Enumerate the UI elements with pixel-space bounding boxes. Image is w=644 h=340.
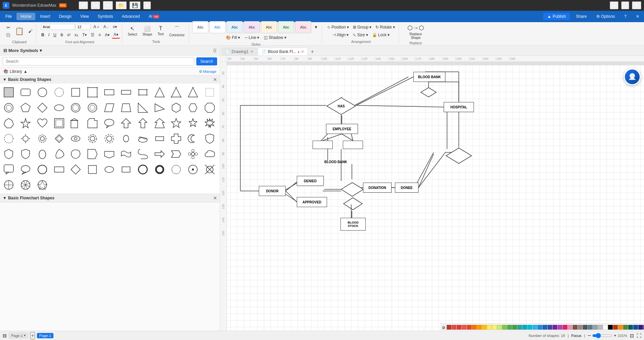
font-bg-color-button[interactable]: A▾ [103,32,111,38]
format-painter-button[interactable]: 🖌 [27,28,34,35]
basic-drawing-header[interactable]: ▼ Basic Drawing Shapes ✕ [0,76,220,84]
color-yellow2[interactable] [492,325,497,330]
shape-hept[interactable] [1,116,16,131]
shape-parallelogram[interactable] [102,100,117,115]
paste-button[interactable]: 📋 [13,26,25,37]
color-brown[interactable] [573,325,577,330]
shape-rect-dotted-tl[interactable] [85,85,100,100]
shape-donor[interactable]: DONOR [259,186,286,196]
color-lime[interactable] [497,325,502,330]
decrease-font-button[interactable]: A- [102,23,110,30]
color-yellow[interactable] [487,325,492,330]
shape-diamond-thin[interactable] [68,162,83,177]
undo-button[interactable]: ↩ [79,1,88,9]
shape-square-filled[interactable] [1,85,16,100]
color-cyan[interactable] [522,325,527,330]
shape-arrow-thin[interactable] [135,116,150,131]
style-swatch-4[interactable]: Abc [244,21,260,33]
color-indigo[interactable] [548,325,552,330]
shape-rect-sm[interactable] [152,131,167,146]
connector-button[interactable]: ⌒ Connector [167,24,187,38]
manage-link[interactable]: ⚙ Manage [199,69,216,74]
select-button[interactable]: ↖ Select [126,24,139,38]
shape-box2[interactable] [343,141,363,149]
open-button[interactable]: 📁 [116,1,127,9]
color-red2[interactable] [462,325,467,330]
shape-corner-rect[interactable] [68,116,83,131]
color-ext3[interactable] [623,325,628,330]
rotate-button[interactable]: ↻ Rotate ▾ [374,24,396,31]
fullscreen-button[interactable]: ⛶ [637,333,641,338]
color-transparent[interactable]: ⊘ [442,325,446,330]
style-swatch-5[interactable]: Abc [261,21,277,33]
shape-speech-bubble2[interactable] [18,162,33,177]
color-blue[interactable] [537,325,542,330]
color-ext2[interactable] [618,325,623,330]
minimize-app-button[interactable]: ✕ [633,13,643,20]
minimize-button[interactable]: ─ [610,1,618,9]
shape-diamond-donation[interactable] [340,182,364,197]
save-button[interactable]: 💾 [129,1,140,9]
shape-diamond2[interactable] [52,131,67,146]
shape-aperture2[interactable] [35,178,50,192]
toggle-sidebar-button[interactable]: ⊟ [3,333,7,338]
tab-blood-bank[interactable]: 📄 Blood Bank Fl... ● ✕ [258,48,308,55]
bullet-list-button[interactable]: ≡ [97,32,103,38]
basic-flowchart-header[interactable]: ▼ Basic Flowchart Shapes ✕ [0,194,220,202]
color-teal[interactable] [517,325,522,330]
shape-double-circle-2[interactable] [85,100,100,115]
help-button[interactable]: ? [621,13,630,20]
shape-cloud[interactable] [202,147,217,161]
font-family-input[interactable] [41,24,75,30]
color-blue-light[interactable] [532,325,537,330]
color-orange2[interactable] [477,325,482,330]
shape-ring[interactable] [135,162,150,177]
shape-starburst2[interactable] [1,131,16,146]
shape-square-thin[interactable] [85,162,100,177]
replace-shape-button[interactable]: ⬡→⬡ Replace Shape [402,23,429,40]
shape-ring3[interactable] [169,162,184,177]
maximize-button[interactable]: □ [621,1,629,9]
increase-font-button[interactable]: A+ [92,23,101,30]
color-pink[interactable] [563,325,567,330]
shape-triangle-up[interactable] [152,85,167,100]
zoom-in-button[interactable]: + [614,333,616,338]
shape-rect-wide[interactable] [119,85,133,100]
style-swatch-1[interactable]: Abc [192,21,208,33]
numbered-list-button[interactable]: ☰ [89,32,96,38]
shape-employee[interactable]: EMPLOYEE [326,124,358,134]
subscript-button[interactable]: x₂ [73,32,80,38]
shape-star5[interactable] [169,116,184,131]
shape-placeholder-13[interactable] [202,85,217,100]
new-button[interactable]: ＋ [103,1,113,10]
text-button[interactable]: T▾ [81,32,88,38]
search-input[interactable] [3,57,194,65]
menu-home[interactable]: Home [16,13,35,20]
redo-button[interactable]: ↪ [91,1,100,9]
shape-circle-outline[interactable] [35,162,50,177]
style-swatch-2[interactable]: Abc [209,21,226,33]
color-orange[interactable] [472,325,477,330]
shape-rect-narrow[interactable] [102,85,117,100]
shape-flower[interactable] [186,147,200,161]
shape-chevron[interactable] [169,147,184,161]
shape-tag[interactable] [85,147,100,161]
color-grey-light[interactable] [598,325,603,330]
color-green2[interactable] [512,325,517,330]
color-ext4[interactable] [628,325,633,330]
color-ext1[interactable] [613,325,618,330]
shape-denied[interactable]: DENIED [297,176,324,186]
add-page-button[interactable]: + [30,332,35,339]
shape-approved[interactable]: APPROVED [297,197,327,207]
style-swatch-7[interactable]: Abc [295,21,311,33]
shape-shield2[interactable] [1,147,16,161]
shape-star4[interactable] [18,116,33,131]
tab-close-drawing1[interactable]: ✕ [250,49,253,54]
align-button[interactable]: ≡▾ [111,23,119,30]
section-close-2-button[interactable]: ✕ [213,195,217,201]
shape-hexagon[interactable] [169,100,184,115]
shape-shield3[interactable] [18,147,33,161]
menu-file[interactable]: File [1,13,16,20]
lock-button[interactable]: 🔒 Lock ▾ [370,32,391,38]
style-swatch-3[interactable]: Abc [227,21,243,33]
